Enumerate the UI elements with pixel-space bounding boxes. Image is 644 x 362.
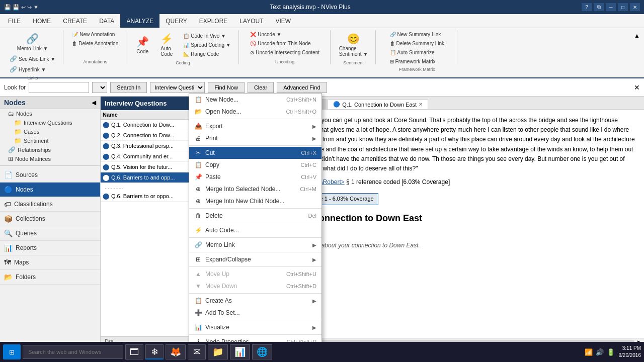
ctx-export-label: Export (205, 123, 223, 130)
collapse-ribbon-btn[interactable]: ▲ (634, 32, 640, 39)
ctx-merge-selected[interactable]: ⊕ Merge Into Selected Node... Ctrl+M (189, 183, 321, 195)
sidebar-collapse-btn[interactable]: ◀ (92, 99, 96, 106)
auto-summarize-btn[interactable]: 📋 Auto Summarize (386, 48, 448, 57)
ctx-move-down-shortcut: Ctrl+Shift+D (286, 283, 316, 289)
nav-classifications[interactable]: 🏷 Classifications (0, 197, 100, 212)
ctx-export[interactable]: 📤 Export ▶ (189, 120, 321, 132)
ctx-expand-collapse[interactable]: ⊞ Expand/Collapse ▶ (189, 253, 321, 265)
ctx-sep3 (189, 208, 321, 209)
menu-data[interactable]: DATA (93, 14, 120, 28)
tray-volume-icon: 🔊 (596, 348, 604, 356)
tab-q1-connection[interactable]: 🔵 Q.1. Connection to Down East ✕ (328, 99, 428, 109)
uncode-intersecting-btn[interactable]: ⊘ Uncode Intersecting Content (247, 48, 323, 57)
advanced-find-label: Advanced Find (283, 84, 320, 90)
spread-coding-btn[interactable]: 📊 Spread Coding ▼ (180, 41, 234, 49)
taskbar-app-globe[interactable]: 🌐 (252, 344, 272, 359)
uncode-btn[interactable]: ❌ Uncode ▼ (247, 30, 323, 39)
taskbar-app-nvivo[interactable]: ❄ (145, 344, 164, 359)
ctx-print[interactable]: 🖨 Print ▶ (189, 132, 321, 144)
uncode-from-node-btn[interactable]: 🚫 Uncode from This Node (247, 39, 323, 48)
minimize-btn[interactable]: ─ (606, 3, 616, 11)
maximize-btn[interactable]: □ (618, 3, 628, 11)
tree-item-sentiment[interactable]: 📁 Sentiment (0, 136, 100, 145)
taskbar-app-excel[interactable]: 📊 (230, 344, 250, 359)
redo-icon[interactable]: ↪ (27, 4, 32, 11)
tree-item-node-matrices[interactable]: ⊞ Node Matrices (0, 154, 100, 163)
menu-layout[interactable]: LAYOUT (233, 14, 269, 28)
clear-btn[interactable]: Clear (248, 82, 274, 93)
ctx-merge-child[interactable]: ⊕ Merge Into New Child Node... (189, 195, 321, 207)
taskbar-search-input[interactable] (23, 345, 123, 359)
ctx-merge-selected-icon: ⊕ (194, 186, 202, 193)
ctx-copy[interactable]: 📋 Copy Ctrl+C (189, 159, 321, 171)
search-in-select[interactable]: Interview Questi (150, 82, 205, 93)
delete-annotation-btn[interactable]: 🗑 Delete Annotation (68, 39, 122, 48)
ctx-new-node[interactable]: 📋 New Node... Ctrl+Shift+N (189, 94, 321, 106)
menu-query[interactable]: QUERY (159, 14, 193, 28)
memo-link-btn[interactable]: 🔗 Memo Link ▼ (14, 30, 52, 54)
ctx-cut-shortcut: Ctrl+X (301, 150, 316, 156)
quick-save-icon[interactable]: 💾 (13, 4, 20, 11)
find-now-btn[interactable]: Find Now (208, 82, 244, 93)
undo-icon[interactable]: ↩ (21, 4, 26, 11)
menu-create[interactable]: CREATE (57, 14, 93, 28)
menu-analyze[interactable]: ANALYZE (120, 14, 159, 28)
nav-sources[interactable]: 📄 Sources (0, 168, 100, 183)
hyperlink-btn[interactable]: 🔗 Hyperlink ▼ (6, 64, 59, 74)
range-code-btn[interactable]: 📐 Range Code (180, 50, 234, 58)
menu-explore[interactable]: EXPLORE (193, 14, 234, 28)
taskbar-app-explorer[interactable]: 📁 (208, 344, 228, 359)
relationships-label: Relationships (18, 147, 51, 153)
close-btn[interactable]: ✕ (630, 3, 640, 11)
ctx-memo-link[interactable]: 🔗 Memo Link ▶ (189, 239, 321, 251)
ctx-cut[interactable]: ✂ Cut Ctrl+X (189, 147, 321, 159)
nav-queries[interactable]: 🔍 Queries (0, 226, 100, 241)
delete-summary-link-btn[interactable]: 🗑 Delete Summary Link (386, 39, 448, 48)
ctx-visualize[interactable]: 📊 Visualize ▶ (189, 321, 321, 333)
tree-item-nodes-root[interactable]: 🗂 Nodes (0, 109, 100, 118)
dropdown-icon[interactable]: ▼ (33, 4, 39, 10)
advanced-find-btn[interactable]: Advanced Find (277, 82, 327, 93)
framework-matrix-btn[interactable]: ⊞ Framework Matrix (386, 57, 448, 66)
search-bar-close-btn[interactable]: ✕ (634, 83, 640, 92)
framework-matrix-label: Framework Matrix (395, 59, 436, 64)
help-btn[interactable]: ? (582, 3, 592, 11)
nav-maps[interactable]: 🗺 Maps (0, 255, 100, 270)
nav-nodes[interactable]: 🔵 Nodes (0, 183, 100, 197)
ctx-open-node[interactable]: 📂 Open Node... Ctrl+Shift+O (189, 106, 321, 118)
ctx-paste[interactable]: 📌 Paste Ctrl+V (189, 171, 321, 183)
restore-btn[interactable]: ⧉ (594, 3, 604, 11)
main-area: Nodes ◀ 🗂 Nodes 📁 Interview Questions 📁 … (0, 97, 644, 346)
taskbar-app-firefox[interactable]: 🦊 (166, 344, 186, 359)
code-btn[interactable]: 📌 Code (131, 33, 153, 57)
nav-reports[interactable]: 📊 Reports (0, 241, 100, 255)
spread-coding-icon: 📊 (183, 42, 189, 48)
see-also-link-btn[interactable]: 🔗 See Also Link ▼ (6, 54, 59, 64)
menu-file[interactable]: FILE (2, 14, 27, 28)
search-dropdown[interactable] (92, 82, 107, 93)
taskbar-app-windows[interactable]: 🗔 (125, 344, 143, 359)
ctx-delete[interactable]: 🗑 Delete Del (189, 210, 321, 222)
look-for-input[interactable] (29, 82, 89, 93)
tab-q1-close[interactable]: ✕ (419, 102, 423, 107)
ctx-add-to-set[interactable]: ➕ Add To Set... (189, 307, 321, 319)
code-in-vivo-btn[interactable]: 📋 Code In Vivo ▼ (180, 32, 234, 40)
start-button[interactable]: ⊞ (3, 344, 21, 359)
ctx-create-as[interactable]: 📋 Create As ▶ (189, 295, 321, 307)
auto-code-btn[interactable]: ⚡ AutoCode (155, 30, 178, 59)
node-matrices-icon: ⊞ (8, 155, 13, 162)
nav-folders[interactable]: 📂 Folders (0, 270, 100, 285)
tree-item-interview-questions[interactable]: 📁 Interview Questions (0, 118, 100, 127)
taskbar-app-outlook[interactable]: ✉ (188, 344, 206, 359)
menu-view[interactable]: VIEW (269, 14, 297, 28)
nav-collections[interactable]: 📦 Collections (0, 212, 100, 226)
new-summary-link-btn[interactable]: 🔗 New Summary Link (386, 30, 448, 39)
menu-home[interactable]: HOME (27, 14, 57, 28)
new-annotation-btn[interactable]: 📝 New Annotation (68, 30, 122, 39)
tree-item-cases[interactable]: 📁 Cases (0, 127, 100, 136)
change-sentiment-btn[interactable]: 😊 ChangeSentiment ▼ (336, 30, 372, 59)
tree-item-relationships[interactable]: 🔗 Relationships (0, 145, 100, 154)
spread-coding-label: Spread Coding ▼ (191, 42, 230, 48)
ctx-auto-code[interactable]: ⚡ Auto Code... (189, 224, 321, 236)
search-in-btn[interactable]: Search In (110, 82, 147, 93)
